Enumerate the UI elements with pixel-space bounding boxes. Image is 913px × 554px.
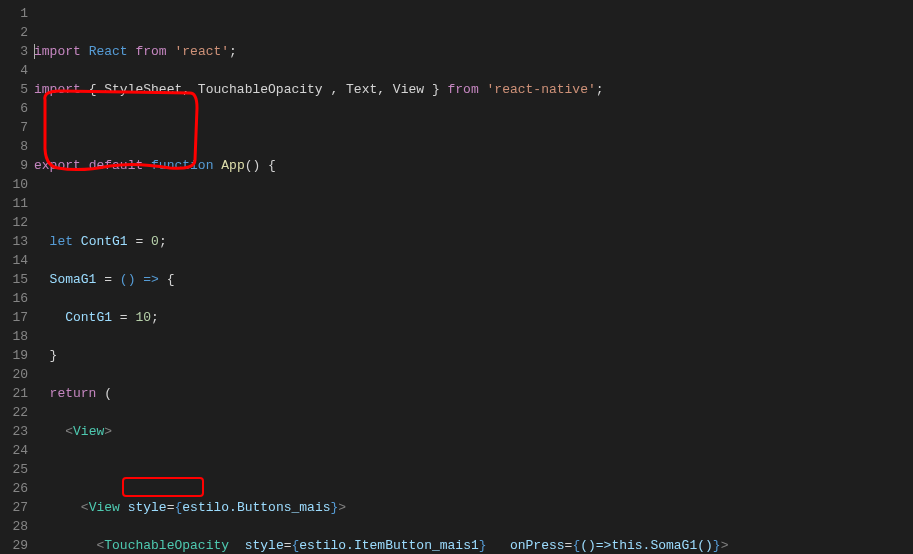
- code-line[interactable]: [34, 194, 913, 213]
- code-line[interactable]: export default function App() {: [34, 156, 913, 175]
- code-line[interactable]: <View style={estilo.Buttons_mais}>: [34, 498, 913, 517]
- code-editor[interactable]: import React from 'react'; import { Styl…: [34, 0, 913, 554]
- code-line[interactable]: [34, 118, 913, 137]
- code-line[interactable]: SomaG1 = () => {: [34, 270, 913, 289]
- code-line[interactable]: <View>: [34, 422, 913, 441]
- line-number-gutter: 1 2 3 4 5 6 7 8 9 10 11 12 13 14 15 16 1…: [0, 0, 34, 554]
- code-line[interactable]: import { StyleSheet, TouchableOpacity , …: [34, 80, 913, 99]
- code-line[interactable]: let ContG1 = 0;: [34, 232, 913, 251]
- code-line[interactable]: <TouchableOpacity style={estilo.ItemButt…: [34, 536, 913, 554]
- svg-rect-0: [123, 478, 203, 496]
- code-line[interactable]: [34, 460, 913, 479]
- code-line[interactable]: }: [34, 346, 913, 365]
- annotation-block-2: [122, 477, 206, 498]
- code-line[interactable]: import React from 'react';: [34, 42, 913, 61]
- code-line[interactable]: return (: [34, 384, 913, 403]
- code-line[interactable]: ContG1 = 10;: [34, 308, 913, 327]
